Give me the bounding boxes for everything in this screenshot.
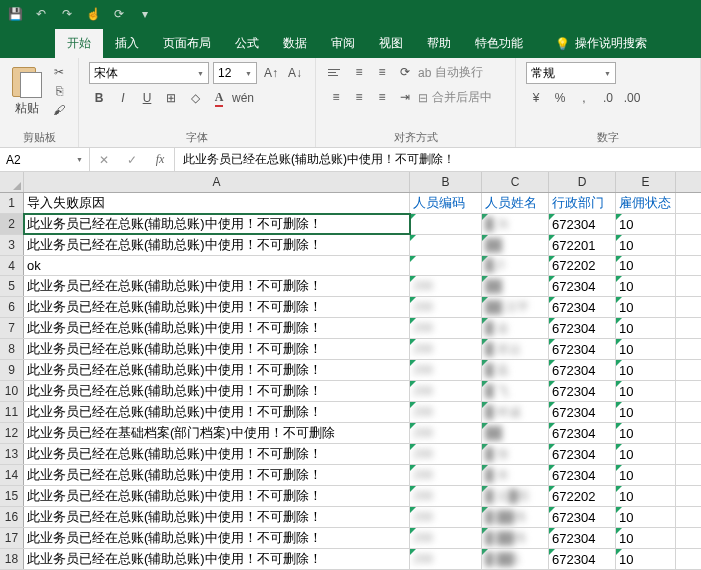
cell[interactable]: █ 飞 [482, 381, 549, 401]
cell[interactable]: 10 [616, 214, 676, 234]
cell[interactable]: 672304 [549, 276, 616, 296]
decrease-font-icon[interactable]: A↓ [285, 63, 305, 83]
cell[interactable]: 人员编码 [410, 193, 482, 213]
cell[interactable]: 672304 [549, 360, 616, 380]
cell[interactable]: 200 [410, 465, 482, 485]
col-header-c[interactable]: C [482, 172, 549, 192]
redo-icon[interactable]: ↷ [58, 5, 76, 23]
cell[interactable]: ok [24, 256, 410, 275]
cell[interactable] [410, 214, 482, 234]
italic-button[interactable]: I [113, 88, 133, 108]
row-header[interactable]: 6 [0, 297, 24, 317]
border-button[interactable]: ⊞ [161, 88, 181, 108]
row-header[interactable]: 7 [0, 318, 24, 338]
cell[interactable]: 此业务员已经在总账(辅助总账)中使用！不可删除！ [24, 507, 410, 527]
cell[interactable]: 此业务员已经在总账(辅助总账)中使用！不可删除！ [24, 339, 410, 359]
cell[interactable]: 此业务员已经在总账(辅助总账)中使用！不可删除！ [24, 276, 410, 296]
align-left-icon[interactable]: ≡ [326, 87, 346, 107]
align-bottom-icon[interactable]: ≡ [372, 62, 392, 82]
align-middle-icon[interactable]: ≡ [349, 62, 369, 82]
cell[interactable]: 10 [616, 339, 676, 359]
cell[interactable]: 此业务员已经在总账(辅助总账)中使用！不可删除！ [24, 235, 410, 255]
tab-特色功能[interactable]: 特色功能 [463, 29, 535, 58]
cell[interactable]: 此业务员已经在总账(辅助总账)中使用！不可删除！ [24, 214, 410, 234]
copy-icon[interactable]: ⎘ [50, 83, 68, 99]
cell[interactable]: 此业务员已经在总账(辅助总账)中使用！不可删除！ [24, 444, 410, 464]
increase-font-icon[interactable]: A↑ [261, 63, 281, 83]
align-right-icon[interactable]: ≡ [372, 87, 392, 107]
cell[interactable]: 672202 [549, 256, 616, 275]
row-header[interactable]: 14 [0, 465, 24, 485]
cell[interactable]: 10 [616, 528, 676, 548]
cell[interactable]: 672304 [549, 381, 616, 401]
row-header[interactable]: 16 [0, 507, 24, 527]
cell[interactable]: 行政部门 [549, 193, 616, 213]
row-header[interactable]: 17 [0, 528, 24, 548]
cell[interactable]: 10 [616, 381, 676, 401]
underline-button[interactable]: U [137, 88, 157, 108]
font-name-combo[interactable]: 宋体▼ [89, 62, 209, 84]
increase-decimal-icon[interactable]: .0 [598, 88, 618, 108]
cell[interactable]: 10 [616, 256, 676, 275]
cell[interactable] [410, 235, 482, 255]
currency-icon[interactable]: ¥ [526, 88, 546, 108]
cell[interactable]: 200 [410, 423, 482, 443]
cell[interactable]: 10 [616, 465, 676, 485]
tab-插入[interactable]: 插入 [103, 29, 151, 58]
cell[interactable]: 200 [410, 339, 482, 359]
bold-button[interactable]: B [89, 88, 109, 108]
cell[interactable]: 雇佣状态 [616, 193, 676, 213]
cell[interactable]: █ ██伟 [482, 507, 549, 527]
cell[interactable]: 200 [410, 360, 482, 380]
col-header-a[interactable]: A [24, 172, 410, 192]
cell[interactable]: █ 咚诚 [482, 402, 549, 422]
tab-公式[interactable]: 公式 [223, 29, 271, 58]
cell[interactable]: 此业务员已经在总账(辅助总账)中使用！不可删除！ [24, 381, 410, 401]
cell[interactable]: █ ██伟 [482, 528, 549, 548]
cell[interactable]: 200 [410, 528, 482, 548]
cell[interactable]: 此业务员已经在总账(辅助总账)中使用！不可删除！ [24, 402, 410, 422]
cell[interactable]: 此业务员已经在总账(辅助总账)中使用！不可删除！ [24, 297, 410, 317]
fx-icon[interactable]: fx [146, 152, 174, 167]
row-header[interactable]: 1 [0, 193, 24, 213]
save-icon[interactable]: 💾 [6, 5, 24, 23]
tab-开始[interactable]: 开始 [55, 29, 103, 58]
cell[interactable]: █ ██1 [482, 549, 549, 569]
row-header[interactable]: 12 [0, 423, 24, 443]
cell[interactable]: ██ [482, 423, 549, 443]
cell[interactable]: █ 米 [482, 465, 549, 485]
cell[interactable]: 10 [616, 360, 676, 380]
cell[interactable]: 10 [616, 276, 676, 296]
cell[interactable]: 人员姓名 [482, 193, 549, 213]
cell[interactable]: 672304 [549, 423, 616, 443]
cell[interactable]: █ 兴 [482, 214, 549, 234]
align-center-icon[interactable]: ≡ [349, 87, 369, 107]
cell[interactable]: 200 [410, 486, 482, 506]
cell[interactable]: ██ 汉平 [482, 297, 549, 317]
decrease-decimal-icon[interactable]: .00 [622, 88, 642, 108]
refresh-icon[interactable]: ⟳ [110, 5, 128, 23]
cut-icon[interactable]: ✂ [50, 64, 68, 80]
cell[interactable]: 672304 [549, 402, 616, 422]
cell[interactable]: █ 甚运 [482, 339, 549, 359]
tab-帮助[interactable]: 帮助 [415, 29, 463, 58]
cell[interactable]: 10 [616, 444, 676, 464]
tab-视图[interactable]: 视图 [367, 29, 415, 58]
cell[interactable]: ██ [482, 235, 549, 255]
cell[interactable]: 200 [410, 381, 482, 401]
cell[interactable]: 此业务员已经在总账(辅助总账)中使用！不可删除！ [24, 486, 410, 506]
cell[interactable]: 200 [410, 276, 482, 296]
cell[interactable]: 10 [616, 235, 676, 255]
cell[interactable]: 10 [616, 297, 676, 317]
cell[interactable]: 672304 [549, 444, 616, 464]
cell[interactable]: 此业务员已经在总账(辅助总账)中使用！不可删除！ [24, 528, 410, 548]
cell[interactable]: 此业务员已经在基础档案(部门档案)中使用！不可删除 [24, 423, 410, 443]
cell[interactable]: █ 张 [482, 444, 549, 464]
number-format-combo[interactable]: 常规▼ [526, 62, 616, 84]
row-header[interactable]: 5 [0, 276, 24, 296]
cell[interactable]: █彡 [482, 256, 549, 275]
cell[interactable]: 200 [410, 318, 482, 338]
font-size-combo[interactable]: 12▼ [213, 62, 257, 84]
undo-icon[interactable]: ↶ [32, 5, 50, 23]
cell[interactable]: 672304 [549, 528, 616, 548]
